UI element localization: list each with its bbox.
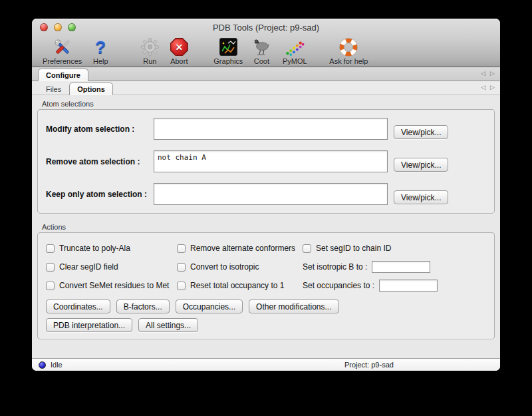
set-isotropic-b-input[interactable] xyxy=(372,261,430,273)
window-title: PDB Tools (Project: p9-sad) xyxy=(32,23,500,33)
molecule-graphics-icon xyxy=(219,37,237,57)
occupancies-button[interactable]: Occupancies... xyxy=(176,300,243,313)
toolbar-label-ask-for-help: Ask for help xyxy=(329,57,368,65)
actions-buttons-row-2: PDB interpretation... All settings... xyxy=(46,318,486,332)
remove-viewpick-button[interactable]: View/pick... xyxy=(394,158,448,172)
toolbar-button-abort[interactable]: ✕ Abort xyxy=(164,37,194,65)
options-pane: Atom selections Modify atom selection : … xyxy=(32,95,500,358)
toolbar-label-preferences: Preferences xyxy=(43,57,82,65)
modify-selection-input[interactable] xyxy=(154,118,388,140)
modify-selection-label: Modify atom selection : xyxy=(46,124,154,134)
remove-selection-label: Remove atom selection : xyxy=(46,157,154,166)
checkbox-box[interactable] xyxy=(46,244,55,253)
b-factors-button[interactable]: B-factors... xyxy=(116,300,170,313)
project-label: Project: p9-sad xyxy=(344,361,394,369)
set-occupancies-label: Set occupancies to : xyxy=(303,281,374,290)
toolbar-label-help: Help xyxy=(93,57,108,65)
keep-only-selection-row: Keep only atom selection : View/pick... xyxy=(46,183,486,205)
set-isotropic-b-label: Set isotropic B to : xyxy=(303,262,367,272)
set-occupancies-row: Set occupancies to : xyxy=(303,280,486,292)
checkbox-set-segid-to-chain-id[interactable]: Set segID to chain ID xyxy=(303,244,486,253)
actions-buttons-row-1: Coordinates... B-factors... Occupancies.… xyxy=(46,300,486,313)
status-indicator-icon xyxy=(39,361,46,369)
gear-icon xyxy=(140,37,160,57)
toolbar-button-run[interactable]: Run xyxy=(135,37,164,65)
toolbar-label-coot: Coot xyxy=(254,57,269,65)
tab-configure[interactable]: Configure xyxy=(38,69,88,81)
set-occupancies-input[interactable] xyxy=(379,280,438,292)
toolbar-label-graphics: Graphics xyxy=(213,57,243,65)
toolbar-button-pymol[interactable]: PyMOL xyxy=(280,37,309,65)
question-mark-icon: ? xyxy=(95,37,106,57)
remove-selection-row: Remove atom selection : not chain A View… xyxy=(46,150,486,172)
tab-scroll-arrows-sub: ◁ ▷ xyxy=(481,84,495,91)
toolbar-label-pymol: PyMOL xyxy=(283,57,307,65)
titlebar[interactable]: PDB Tools (Project: p9-sad) xyxy=(32,19,500,36)
minimize-window-button[interactable] xyxy=(54,23,62,31)
toolbar-label-run: Run xyxy=(143,57,156,65)
window-chrome: PDB Tools (Project: p9-sad) xyxy=(32,19,500,67)
tab-scroll-left-icon[interactable]: ◁ xyxy=(481,84,485,91)
actions-group-title: Actions xyxy=(42,223,495,231)
pymol-ribbon-icon xyxy=(285,37,305,57)
zoom-window-button[interactable] xyxy=(68,23,76,31)
checkbox-convert-semet-to-met[interactable]: Convert SeMet residues to Met xyxy=(46,281,177,290)
toolbar-button-preferences[interactable]: Preferences xyxy=(43,37,82,65)
tab-scroll-right-icon[interactable]: ▷ xyxy=(490,84,495,91)
lifebuoy-icon xyxy=(338,37,358,57)
tab-scroll-left-icon[interactable]: ◁ xyxy=(481,70,485,77)
modify-selection-row: Modify atom selection : View/pick... xyxy=(46,118,486,140)
toolbar-label-abort: Abort xyxy=(170,57,188,65)
actions-group: Truncate to poly-Ala Remove alternate co… xyxy=(37,232,495,339)
all-settings-button[interactable]: All settings... xyxy=(138,318,198,332)
tab-scroll-right-icon[interactable]: ▷ xyxy=(490,70,495,77)
app-window: PDB Tools (Project: p9-sad) xyxy=(32,19,500,371)
coordinates-button[interactable]: Coordinates... xyxy=(46,300,110,313)
close-window-button[interactable] xyxy=(40,23,48,31)
other-modifications-button[interactable]: Other modifications... xyxy=(249,300,338,313)
keep-only-selection-label: Keep only atom selection : xyxy=(46,190,154,199)
toolbar: Preferences ? Help xyxy=(32,36,500,67)
tools-icon xyxy=(53,37,72,57)
abort-octagon-icon: ✕ xyxy=(170,37,188,57)
toolbar-button-coot[interactable]: Coot xyxy=(247,37,276,65)
coot-bird-icon xyxy=(251,37,272,57)
tab-options[interactable]: Options xyxy=(69,83,113,95)
checkbox-box[interactable] xyxy=(177,263,186,272)
set-isotropic-b-row: Set isotropic B to : xyxy=(303,261,486,273)
toolbar-button-graphics[interactable]: Graphics xyxy=(213,37,243,65)
tab-bar-sub: Files Options ◁ ▷ xyxy=(32,81,500,95)
checkbox-box[interactable] xyxy=(46,263,55,272)
checkbox-convert-to-isotropic[interactable]: Convert to isotropic xyxy=(177,262,303,272)
checkbox-box[interactable] xyxy=(303,244,311,253)
traffic-lights xyxy=(40,23,76,31)
checkbox-clear-segid-field[interactable]: Clear segID field xyxy=(46,262,177,272)
tab-bar-top: Configure ◁ ▷ xyxy=(32,67,500,81)
checkbox-box[interactable] xyxy=(46,282,55,290)
status-bar: Idle Project: p9-sad xyxy=(32,358,500,371)
keep-only-viewpick-button[interactable]: View/pick... xyxy=(394,190,448,204)
checkbox-reset-total-occupancy[interactable]: Reset total occupancy to 1 xyxy=(177,281,303,290)
checkbox-box[interactable] xyxy=(177,282,186,290)
keep-only-selection-input[interactable] xyxy=(154,183,388,205)
pdb-interpretation-button[interactable]: PDB interpretation... xyxy=(46,318,132,332)
status-text: Idle xyxy=(51,361,63,369)
modify-viewpick-button[interactable]: View/pick... xyxy=(394,125,448,139)
checkbox-box[interactable] xyxy=(177,244,186,253)
checkbox-truncate-poly-ala[interactable]: Truncate to poly-Ala xyxy=(46,244,177,253)
atom-selections-group: Modify atom selection : View/pick... Rem… xyxy=(37,109,495,214)
actions-grid: Truncate to poly-Ala Remove alternate co… xyxy=(46,239,486,295)
toolbar-button-help[interactable]: ? Help xyxy=(86,37,115,65)
remove-selection-input[interactable]: not chain A xyxy=(154,150,388,172)
tab-scroll-arrows-top: ◁ ▷ xyxy=(481,70,495,77)
tab-files[interactable]: Files xyxy=(38,83,69,95)
toolbar-button-ask-for-help[interactable]: Ask for help xyxy=(329,37,368,65)
checkbox-remove-alternate-conformers[interactable]: Remove alternate conformers xyxy=(177,244,303,253)
atom-selections-group-title: Atom selections xyxy=(42,100,495,108)
